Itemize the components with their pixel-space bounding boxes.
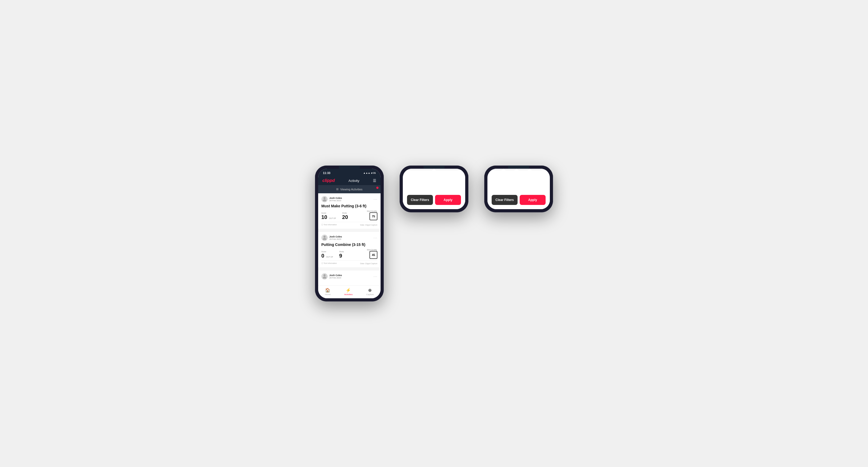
nav-title-1: Activity [348, 179, 359, 183]
tag-ott[interactable]: OTT [492, 169, 503, 170]
filter-modal-2: Filter ✕ Show Rounds Practice Drills Rou… [403, 169, 465, 209]
nav-home[interactable]: 🏠 Home [325, 288, 331, 295]
more-dots-1[interactable]: ··· [373, 197, 377, 201]
shots-value-2: 9 [339, 253, 342, 259]
more-dots-3[interactable]: ··· [373, 274, 377, 278]
phone-1: 11:33 ▲▲▲ ⌀ 31 clippd Activity ☰ ⊞ Viewi… [315, 165, 384, 302]
activity-item-2: Josh Coles 28 Feb 2023 ··· Putting Combi… [318, 232, 380, 267]
avatar-2 [321, 235, 328, 241]
avatar-3 [321, 273, 328, 280]
filter-modal-3: Filter ✕ Show Rounds Practice Drills Pra… [488, 169, 550, 209]
user-date-3: 28 Feb 2023 [329, 277, 342, 279]
score-value-1: 10 [321, 214, 327, 220]
activities-label: Activities [344, 293, 353, 295]
shots-value-1: 20 [342, 214, 348, 220]
user-info-3: Josh Coles 28 Feb 2023 [321, 273, 342, 280]
activity-footer-2: ⓘ Test Information Data: Clippd Capture [321, 260, 377, 265]
shots-label-1: Shots [342, 212, 348, 214]
drill-tags-3: OTT APP ARG PUTT [492, 169, 546, 170]
phone-screen-3: 11:33 ▲▲▲ ⌀ 31 clippd Activity ☰ ⊞ Viewi… [488, 169, 550, 209]
menu-icon-1[interactable]: ☰ [373, 179, 376, 183]
notch [339, 165, 360, 172]
activity-footer-1: ⓘ Test Information Data: Clippd Capture [321, 222, 377, 226]
phone-screen-1: 11:33 ▲▲▲ ⌀ 31 clippd Activity ☰ ⊞ Viewi… [318, 169, 380, 298]
filter-icon-1: ⊞ [336, 187, 339, 191]
out-of-1: OUT OF [329, 217, 336, 219]
tag-arg[interactable]: ARG [517, 169, 529, 170]
sq-badge-2: 45 [369, 251, 377, 259]
spacer-2 [407, 174, 461, 190]
logo-1: clippd [322, 178, 335, 183]
capture-icon: ⊕ [368, 288, 372, 293]
score-value-2: 0 [321, 253, 324, 259]
status-time-1: 11:33 [323, 172, 330, 175]
home-icon: 🏠 [325, 288, 330, 293]
activity-title-1: Must Make Putting (3-6 ft) [321, 204, 377, 208]
spacer-3 [492, 174, 546, 190]
apply-btn-3[interactable]: Apply [520, 195, 546, 205]
sq-label-1: Shot Quality [367, 210, 377, 212]
user-name-2: Josh Coles [329, 235, 342, 238]
phone-screen-2: 11:33 ▲▲▲ ⌀ 31 clippd Activity ☰ ⊞ Viewi… [403, 169, 465, 209]
tag-putt[interactable]: PUTT [530, 169, 543, 170]
more-dots-2[interactable]: ··· [373, 236, 377, 240]
apply-btn-2[interactable]: Apply [435, 195, 461, 205]
scene: 11:33 ▲▲▲ ⌀ 31 clippd Activity ☰ ⊞ Viewi… [299, 150, 569, 317]
phone-3: 11:33 ▲▲▲ ⌀ 31 clippd Activity ☰ ⊞ Viewi… [484, 165, 553, 212]
signal-icon-1: ▲▲▲ [363, 172, 370, 174]
activity-title-2: Putting Combine (3-15 ft) [321, 243, 377, 247]
sq-badge-1: 75 [369, 212, 377, 220]
capture-label: Capture [366, 293, 374, 295]
data-text-1: Data: Clippd Capture [360, 224, 377, 226]
nav-bar-1: clippd Activity ☰ [318, 176, 380, 185]
user-name-1: Josh Coles [329, 197, 342, 199]
user-date-1: 28 Feb 2023 [329, 199, 342, 202]
tournament-btn-2[interactable]: Tournament [435, 169, 461, 170]
activity-item-1: Josh Coles 28 Feb 2023 ··· Must Make Put… [318, 193, 380, 229]
activity-feed: Josh Coles 28 Feb 2023 ··· Must Make Put… [318, 193, 380, 284]
data-text-2: Data: Clippd Capture [360, 262, 377, 264]
tag-app[interactable]: APP [504, 169, 516, 170]
bottom-nav-1: 🏠 Home ⚡ Activities ⊕ Capture [318, 285, 380, 298]
user-name-3: Josh Coles [329, 274, 342, 277]
user-info-2: Josh Coles 28 Feb 2023 [321, 235, 342, 241]
activity-header-2: Josh Coles 28 Feb 2023 ··· [321, 235, 377, 241]
info-text-2[interactable]: ⓘ Test Information [321, 262, 337, 265]
viewing-bar-1[interactable]: ⊞ Viewing Activities [318, 185, 380, 193]
modal-footer-2: Clear Filters Apply [407, 195, 461, 205]
battery-icon-1: 31 [373, 172, 376, 174]
sq-label-2: Shot Quality [367, 249, 377, 251]
score-label-1: Score [321, 212, 337, 214]
phone-2: 11:33 ▲▲▲ ⌀ 31 clippd Activity ☰ ⊞ Viewi… [400, 165, 468, 212]
out-of-2: OUT OF [326, 256, 333, 258]
info-text-1[interactable]: ⓘ Test Information [321, 223, 337, 226]
activities-icon: ⚡ [346, 288, 351, 293]
modal-footer-3: Clear Filters Apply [492, 195, 546, 205]
activity-header-1: Josh Coles 28 Feb 2023 ··· [321, 196, 377, 202]
viewing-text-1: Viewing Activities [340, 188, 362, 191]
activity-item-3: Josh Coles 28 Feb 2023 ··· [318, 271, 380, 284]
status-icons-1: ▲▲▲ ⌀ 31 [363, 172, 376, 174]
nav-capture[interactable]: ⊕ Capture [366, 288, 374, 295]
rounds-buttons-2: Practice Tournament [407, 169, 461, 170]
avatar-1 [321, 196, 328, 202]
score-label-2: Score [321, 251, 334, 253]
clear-filters-btn-2[interactable]: Clear Filters [407, 195, 433, 205]
wifi-icon-1: ⌀ [371, 172, 372, 174]
activity-header-3: Josh Coles 28 Feb 2023 ··· [321, 273, 377, 280]
clear-filters-btn-3[interactable]: Clear Filters [492, 195, 518, 205]
practice-btn-2[interactable]: Practice [407, 169, 433, 170]
red-dot-1 [376, 187, 378, 189]
nav-activities[interactable]: ⚡ Activities [344, 288, 353, 295]
user-info-1: Josh Coles 28 Feb 2023 [321, 196, 342, 202]
home-label: Home [325, 293, 331, 295]
user-date-2: 28 Feb 2023 [329, 238, 342, 240]
shots-label-2: Shots [339, 251, 344, 253]
